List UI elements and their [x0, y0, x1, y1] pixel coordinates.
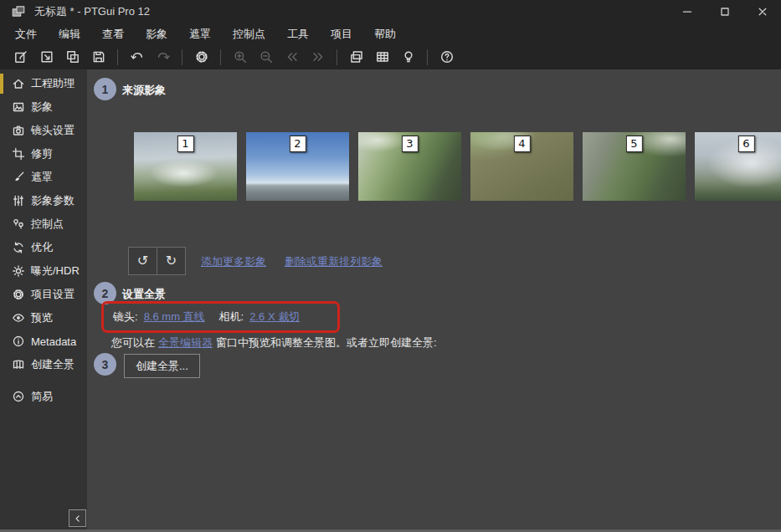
- sidebar-collapse-button[interactable]: [69, 509, 86, 527]
- minimize-icon: [681, 5, 694, 18]
- save-project-button[interactable]: [85, 46, 111, 68]
- new-project-button[interactable]: [8, 46, 33, 68]
- detail-viewer-icon: [401, 49, 416, 64]
- create-panorama-button[interactable]: 创建全景...: [124, 354, 200, 378]
- maximize-button[interactable]: [706, 0, 743, 23]
- control-point-table-button[interactable]: [369, 46, 395, 68]
- minimize-button[interactable]: [668, 0, 706, 23]
- undo-button[interactable]: [124, 46, 150, 68]
- menu-item-mask[interactable]: 遮罩: [178, 23, 222, 44]
- window-controls: [668, 0, 781, 23]
- chevron-left-icon: [72, 513, 84, 524]
- sidebar-item-label: 镜头设置: [31, 123, 75, 138]
- zoom-in-icon: [233, 49, 248, 64]
- help-icon: [439, 49, 455, 64]
- thumbnail-number-badge: 1: [177, 136, 193, 152]
- camera-label: 相机:: [219, 309, 244, 325]
- add-images-button[interactable]: [59, 46, 85, 68]
- sidebar-item-simple-mode[interactable]: 简易: [0, 385, 87, 408]
- undo-icon: [130, 49, 145, 64]
- toolbar-separator: [220, 49, 221, 65]
- rotate-right-button[interactable]: ↻: [157, 248, 185, 274]
- zoom-in-button[interactable]: [227, 46, 253, 68]
- panorama-editor-button[interactable]: [343, 46, 369, 68]
- sidebar-item-image-parameters[interactable]: 影象参数: [0, 189, 87, 212]
- sidebar-item-images[interactable]: 影象: [0, 95, 87, 119]
- detail-viewer-button[interactable]: [395, 46, 421, 68]
- control-point-table-icon: [375, 49, 390, 64]
- settings-button[interactable]: [188, 46, 214, 68]
- open-project-icon: [39, 49, 54, 64]
- lens-settings-link[interactable]: 8.6 mm 直线: [144, 309, 205, 325]
- step-1-title: 来源影象: [122, 83, 166, 98]
- toolbar-separator: [337, 49, 337, 65]
- sidebar-items: 工程助理影象镜头设置修剪遮罩影象参数控制点优化曝光/HDR项目设置预览Metad…: [0, 72, 87, 408]
- maximize-icon: [718, 5, 732, 18]
- menu-item-images[interactable]: 影象: [135, 23, 178, 44]
- menu-item-control-points[interactable]: 控制点: [222, 23, 276, 44]
- panorama-editor-link[interactable]: 全景编辑器: [158, 336, 213, 349]
- help-button[interactable]: [434, 46, 460, 68]
- source-image-thumbnail-1[interactable]: 1: [134, 132, 237, 201]
- sidebar-item-label: 影象参数: [31, 193, 75, 208]
- app-icon: [11, 4, 26, 19]
- rotate-button-group: ↺↻: [128, 247, 186, 275]
- sidebar-item-label: 控制点: [31, 217, 64, 232]
- sidebar-item-metadata[interactable]: Metadata: [0, 330, 87, 353]
- panorama-editor-note: 您可以在全景编辑器窗口中预览和调整全景图。或者立即创建全景:: [111, 335, 437, 350]
- menu-bar: 文件编辑查看影象遮罩控制点工具项目帮助: [0, 23, 781, 44]
- sidebar-item-lens-settings[interactable]: 镜头设置: [0, 119, 87, 142]
- menu-item-view[interactable]: 查看: [91, 23, 135, 44]
- menu-item-tools[interactable]: 工具: [276, 23, 320, 44]
- sidebar: 工程助理影象镜头设置修剪遮罩影象参数控制点优化曝光/HDR项目设置预览Metad…: [0, 69, 87, 532]
- menu-item-project[interactable]: 项目: [320, 23, 363, 44]
- add-more-images-link[interactable]: 添加更多影象: [201, 254, 266, 269]
- sidebar-item-mask[interactable]: 遮罩: [0, 166, 87, 189]
- delete-rearrange-images-link[interactable]: 删除或重新排列影象: [285, 254, 383, 269]
- sidebar-item-label: 曝光/HDR: [31, 263, 80, 279]
- camera-crop-link[interactable]: 2.6 X 裁切: [249, 309, 300, 325]
- sidebar-item-label: 创建全景: [31, 357, 75, 372]
- sidebar-item-project-settings[interactable]: 项目设置: [0, 283, 87, 306]
- toolbar-separator: [182, 49, 182, 65]
- menu-item-edit[interactable]: 编辑: [48, 23, 91, 44]
- source-image-thumbnail-6[interactable]: 6: [695, 132, 781, 201]
- zoom-out-icon: [259, 49, 274, 64]
- lens-label: 镜头:: [113, 309, 138, 325]
- sidebar-item-optimizer[interactable]: 优化: [0, 236, 87, 259]
- brush-icon: [11, 171, 25, 184]
- sidebar-item-project-assistant[interactable]: 工程助理: [0, 72, 87, 95]
- sidebar-item-label: 预览: [31, 310, 53, 325]
- toolbar: [0, 44, 781, 69]
- crop-icon: [11, 147, 25, 161]
- sidebar-item-preview[interactable]: 预览: [0, 306, 87, 330]
- menu-item-help[interactable]: 帮助: [363, 23, 407, 44]
- menu-item-file[interactable]: 文件: [4, 23, 48, 44]
- source-image-thumbnail-5[interactable]: 5: [583, 132, 686, 201]
- toolbar-separator: [427, 49, 428, 65]
- sidebar-item-control-points[interactable]: 控制点: [0, 212, 87, 236]
- close-button[interactable]: [743, 0, 781, 23]
- title-bar: 无标题 * - PTGui Pro 12: [0, 0, 781, 23]
- sidebar-item-crop[interactable]: 修剪: [0, 142, 87, 166]
- note-text-after: 窗口中预览和调整全景图。或者立即创建全景:: [216, 336, 437, 349]
- sidebar-item-label: 工程助理: [31, 76, 75, 91]
- zoom-out-button[interactable]: [253, 46, 279, 68]
- step-1-badge: 1: [94, 78, 116, 100]
- source-image-thumbnail-3[interactable]: 3: [358, 132, 461, 201]
- rotate-left-button[interactable]: ↺: [129, 248, 157, 274]
- info-icon: [11, 335, 25, 348]
- ptgui-window: { "window": { "title": "无标题 * - PTGui Pr…: [0, 0, 781, 532]
- sidebar-item-create-panorama[interactable]: 创建全景: [0, 353, 87, 376]
- lens-camera-highlight-annotation: 镜头: 8.6 mm 直线 相机: 2.6 X 裁切: [101, 301, 340, 333]
- source-image-thumbnail-2[interactable]: 2: [246, 132, 349, 201]
- skip-forward-button[interactable]: [305, 46, 331, 68]
- panorama-editor-icon: [349, 49, 364, 64]
- source-image-thumbnail-4[interactable]: 4: [470, 132, 573, 201]
- sidebar-item-exposure-hdr[interactable]: 曝光/HDR: [0, 259, 87, 283]
- eye-icon: [11, 311, 25, 325]
- redo-button[interactable]: [150, 46, 176, 68]
- skip-back-button[interactable]: [279, 46, 305, 68]
- window-title: 无标题 * - PTGui Pro 12: [34, 4, 150, 19]
- open-project-button[interactable]: [33, 46, 59, 68]
